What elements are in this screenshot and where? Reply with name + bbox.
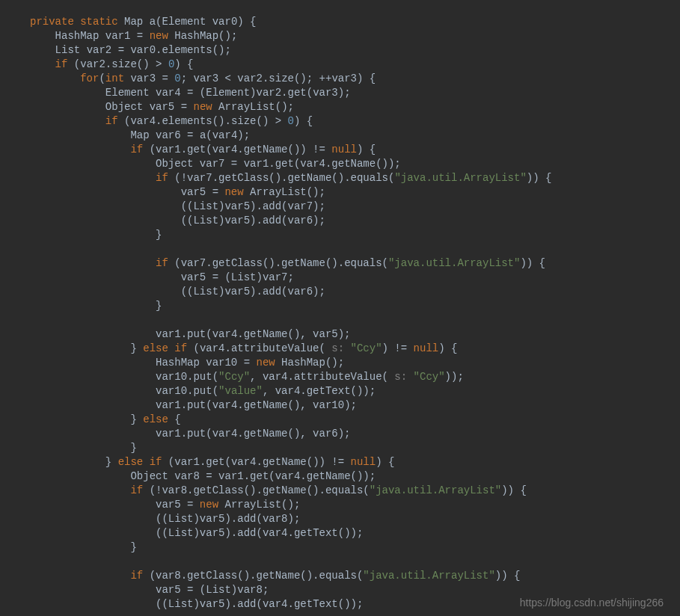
- var4: var4: [263, 371, 288, 383]
- var5: var5: [224, 286, 250, 298]
- keyword-if: if: [105, 115, 118, 127]
- keyword-null: null: [351, 456, 376, 468]
- string-arraylist: "java.util.ArrayList": [388, 257, 520, 269]
- type-arraylist: ArrayList: [224, 499, 281, 511]
- method-elements: elements: [162, 44, 212, 56]
- string-ccy: "Ccy": [351, 342, 382, 354]
- method-gettext: getText: [307, 385, 351, 397]
- keyword-if: if: [130, 570, 143, 582]
- keyword-new: new: [200, 499, 218, 511]
- keyword-else: else: [143, 413, 168, 425]
- num-zero: 0: [168, 58, 174, 70]
- keyword-if: if: [55, 58, 68, 70]
- var5: var5: [150, 101, 175, 113]
- method-add: add: [263, 215, 281, 227]
- var2: var2: [87, 44, 112, 56]
- type-hashmap: HashMap: [156, 357, 200, 369]
- var4: var4: [263, 598, 288, 610]
- method-get: get: [206, 456, 224, 468]
- keyword-new: new: [256, 357, 275, 369]
- var1: var1: [218, 470, 244, 482]
- keyword-if: if: [130, 144, 143, 155]
- var4: var4: [263, 527, 288, 539]
- type-map: Map: [130, 129, 149, 141]
- var10: var10: [156, 371, 187, 383]
- var4: var4: [212, 399, 238, 411]
- type-element: Element: [206, 87, 250, 99]
- var1: var1: [156, 399, 181, 411]
- method-equals: equals: [351, 172, 388, 184]
- type-list: List: [55, 44, 81, 56]
- string-value: "value": [218, 385, 263, 397]
- method-getname: getName: [281, 257, 325, 269]
- var5: var5: [200, 513, 225, 525]
- method-add: add: [263, 286, 281, 298]
- method-put: put: [193, 385, 212, 397]
- string-ccy: "Ccy": [414, 371, 445, 383]
- param-hint: s:: [394, 371, 407, 383]
- type-object: Object: [130, 470, 168, 482]
- keyword-if: if: [150, 456, 162, 468]
- method-put: put: [187, 428, 206, 440]
- var4: var4: [300, 158, 325, 170]
- method-attrval: attributeValue: [294, 371, 382, 383]
- string-arraylist: "java.util.ArrayList": [370, 484, 501, 496]
- method-getname: getName: [331, 158, 376, 170]
- var8: var8: [174, 470, 200, 482]
- type-hashmap: HashMap: [281, 357, 325, 369]
- type-list: List: [193, 286, 218, 298]
- method-getclass: getClass: [187, 570, 237, 582]
- method-size: size: [111, 58, 137, 70]
- var10: var10: [313, 399, 344, 411]
- method-get: get: [275, 158, 294, 170]
- type-element: Element: [105, 87, 150, 99]
- var5: var5: [181, 271, 206, 283]
- var2: var2: [80, 58, 105, 70]
- var10: var10: [156, 385, 187, 397]
- method-getname: getName: [307, 470, 351, 482]
- var1: var1: [244, 158, 269, 170]
- var4: var4: [212, 144, 238, 155]
- var4: var4: [130, 115, 156, 127]
- var1: var1: [156, 428, 181, 440]
- param-var0: var0: [212, 16, 238, 28]
- var5: var5: [181, 186, 206, 198]
- method-add: add: [237, 527, 256, 539]
- method-getname: getName: [244, 328, 288, 340]
- var0: var0: [130, 44, 156, 56]
- var4: var4: [212, 328, 238, 340]
- keyword-if: if: [174, 342, 187, 354]
- type-object: Object: [105, 101, 143, 113]
- method-name: a: [150, 16, 156, 28]
- method-getname: getName: [244, 144, 288, 155]
- method-getname: getName: [244, 428, 288, 440]
- method-getname: getName: [257, 570, 301, 582]
- method-get: get: [288, 87, 307, 99]
- keyword-else: else: [118, 456, 144, 468]
- num-zero: 0: [288, 115, 294, 127]
- var4: var4: [212, 428, 238, 440]
- var5: var5: [200, 527, 225, 539]
- method-gettext: getText: [294, 598, 338, 610]
- var7: var7: [288, 200, 313, 212]
- var1: var1: [156, 144, 181, 155]
- method-size: size: [231, 115, 257, 127]
- keyword-else: else: [143, 342, 168, 354]
- method-getname: getName: [244, 399, 288, 411]
- var2: var2: [237, 73, 263, 84]
- var4: var4: [231, 456, 257, 468]
- var3: var3: [331, 73, 357, 84]
- keyword-private: private: [30, 16, 74, 28]
- type-hashmap: HashMap: [55, 30, 99, 42]
- keyword-new: new: [150, 30, 168, 42]
- var2: var2: [256, 87, 281, 99]
- type-hashmap: HashMap: [174, 30, 218, 42]
- method-elements: elements: [162, 115, 212, 127]
- method-gettext: getText: [294, 527, 338, 539]
- var7: var7: [181, 257, 206, 269]
- method-put: put: [187, 328, 206, 340]
- var6: var6: [156, 129, 181, 141]
- method-getclass: getClass: [218, 172, 269, 184]
- var5: var5: [313, 328, 338, 340]
- code-block: private static Map a(Element var0) { Has…: [0, 0, 680, 612]
